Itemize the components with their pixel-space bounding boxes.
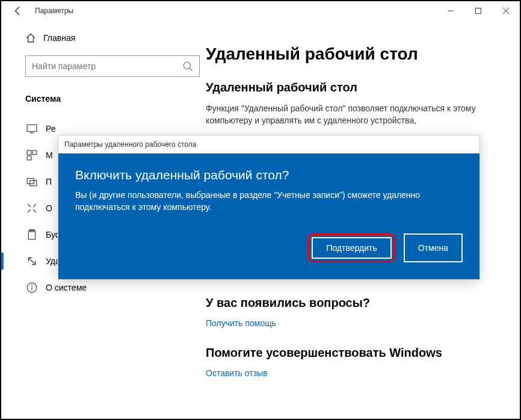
questions-title: У вас появились вопросы? [206,296,496,310]
dialog-text: Вы (и другие пользователи, выбранные в р… [75,190,463,213]
svg-rect-6 [27,125,37,131]
dialog-title: Параметры удаленного рабочего стола [64,140,196,149]
svg-rect-9 [32,150,37,155]
svg-line-5 [190,68,193,71]
svg-point-22 [31,285,32,286]
window-controls [437,1,520,20]
sidebar-item-label: О системе [46,283,87,292]
maximize-button[interactable] [464,1,492,20]
section-heading: Система [25,94,194,103]
window-title: Параметры [35,7,73,15]
info-icon [26,282,37,293]
dialog-body: Включить удаленный рабочий стол? Вы (и д… [58,153,479,279]
section-title: Удаленный рабочий стол [206,81,496,94]
display-icon [26,123,37,134]
svg-line-15 [28,209,31,212]
svg-line-16 [33,209,36,212]
svg-line-19 [28,258,35,264]
close-button[interactable] [492,1,520,20]
shared-icon [26,203,37,214]
svg-rect-10 [27,156,31,160]
svg-point-4 [183,62,190,69]
remote-desktop-icon [26,256,37,267]
svg-rect-8 [27,150,31,155]
page-title: Удаленный рабочий стол [206,45,496,64]
settings-window: Параметры Главная Система Ре М [1,1,520,419]
titlebar: Параметры [1,1,520,20]
dialog-buttons: Подтвердить Отмена [75,233,463,262]
back-button[interactable] [6,1,30,20]
project-icon [26,176,37,187]
section-description: Функция "Удаленный рабочий стол" позволя… [206,103,496,126]
search-icon [182,61,193,72]
search-input-wrap[interactable] [25,55,200,77]
home-link[interactable]: Главная [25,32,194,43]
svg-rect-11 [27,178,34,184]
home-label: Главная [43,33,75,43]
sidebar-item-label: П [46,177,52,187]
dialog-titlebar: Параметры удаленного рабочего стола [58,135,479,153]
improve-title: Помогите усовершенствовать Windows [206,346,496,360]
confirm-button[interactable]: Подтвердить [312,237,391,259]
sidebar-item-label: О [46,203,52,213]
svg-rect-1 [476,8,481,14]
dialog-heading: Включить удаленный рабочий стол? [75,168,463,182]
minimize-button[interactable] [437,1,464,20]
svg-rect-12 [30,181,37,186]
search-input[interactable] [32,61,182,71]
feedback-link[interactable]: Оставить отзыв [206,368,496,378]
cancel-button[interactable]: Отмена [404,233,463,262]
svg-line-13 [28,204,31,207]
sidebar-item-label: Ре [46,124,56,134]
confirmation-dialog: Параметры удаленного рабочего стола Вклю… [58,135,480,280]
home-icon [25,32,36,43]
multitask-icon [26,150,37,161]
clipboard-icon [26,229,37,240]
help-link[interactable]: Получить помощь [206,318,496,328]
sidebar-item-label: М [46,150,53,160]
confirm-highlight: Подтвердить [308,233,395,262]
svg-line-14 [33,204,36,207]
